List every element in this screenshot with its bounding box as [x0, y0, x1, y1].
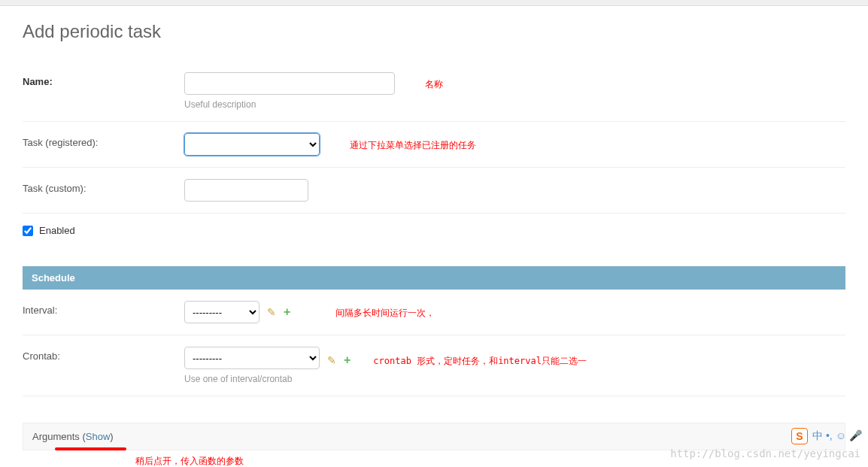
arguments-prefix: Arguments ( [32, 431, 86, 442]
sogou-icon[interactable]: S [791, 428, 808, 444]
arguments-suffix: ) [110, 431, 113, 442]
row-crontab: Crontab: --------- ✎ + crontab 形式，定时任务，和… [23, 335, 845, 396]
main-content: Add periodic task Name: Useful descripti… [0, 6, 868, 467]
crontab-annotation: crontab 形式，定时任务，和interval只能二选一 [373, 349, 587, 368]
row-enabled: Enabled [23, 214, 845, 259]
row-task-custom: Task (custom): [23, 168, 845, 214]
row-name: Name: Useful description 名称 [23, 61, 845, 122]
task-registered-select[interactable] [184, 133, 320, 156]
row-task-registered: Task (registered): 通过下拉菜单选择已注册的任务 [23, 122, 845, 168]
red-underline-annotation [55, 447, 126, 450]
plus-icon[interactable]: + [284, 305, 290, 319]
label-crontab: Crontab: [23, 347, 184, 362]
browser-chrome-top [0, 0, 868, 6]
arguments-show-link[interactable]: Show [86, 431, 111, 442]
schedule-header: Schedule [23, 266, 845, 290]
ime-zhong-icon[interactable]: 中 [812, 429, 823, 443]
task-registered-annotation: 通过下拉菜单选择已注册的任务 [350, 133, 476, 152]
crontab-help: Use one of interval/crontab [184, 374, 587, 384]
label-task-registered: Task (registered): [23, 133, 184, 148]
interval-select[interactable]: --------- [184, 301, 259, 323]
ime-toolbar: S 中 •, ☺ 🎤 [791, 428, 862, 444]
enabled-checkbox[interactable] [23, 226, 33, 236]
ime-punct-icon[interactable]: •, [826, 429, 833, 443]
interval-annotation: 间隔多长时间运行一次， [335, 301, 435, 320]
crontab-select[interactable]: --------- [184, 347, 320, 369]
name-annotation: 名称 [425, 72, 443, 91]
page-title: Add periodic task [23, 21, 845, 42]
pencil-icon[interactable]: ✎ [267, 306, 276, 318]
label-task-custom: Task (custom): [23, 179, 184, 194]
task-custom-input[interactable] [184, 179, 308, 202]
name-input[interactable] [184, 72, 395, 95]
arguments-annotation: 稍后点开，传入函数的参数 [135, 455, 845, 467]
ime-mic-icon[interactable]: 🎤 [849, 429, 862, 443]
pencil-icon[interactable]: ✎ [327, 354, 336, 366]
arguments-section: Arguments (Show) [23, 423, 845, 450]
label-name: Name: [23, 72, 184, 87]
label-enabled: Enabled [39, 225, 75, 236]
ime-smiley-icon[interactable]: ☺ [836, 429, 846, 443]
row-interval: Interval: --------- ✎ + 间隔多长时间运行一次， [23, 290, 845, 335]
label-interval: Interval: [23, 301, 184, 316]
plus-icon[interactable]: + [344, 353, 351, 367]
name-help: Useful description [184, 99, 395, 110]
